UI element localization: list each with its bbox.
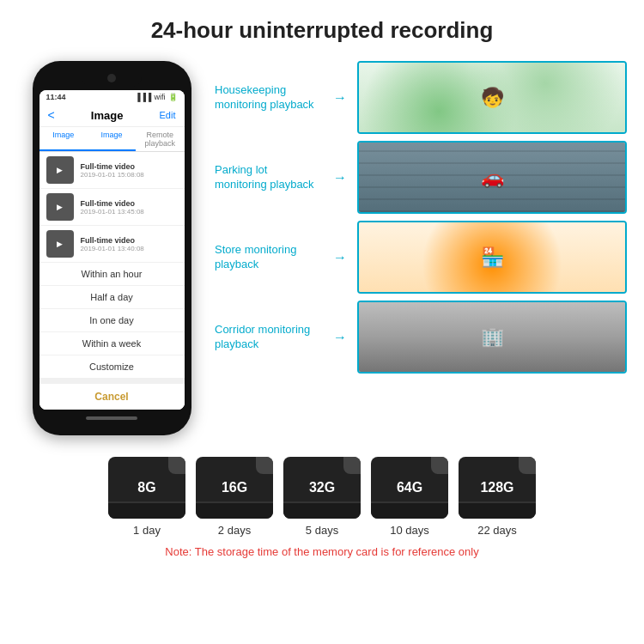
monitoring-list: Housekeepingmonitoring playback → 🧒 Park… [206,61,627,374]
phone-notch [82,71,142,87]
sd-days-3: 10 days [390,524,429,537]
photo-emoji-1: 🚗 [359,143,625,212]
phone-edit-button[interactable]: Edit [160,110,176,120]
sd-cards-row: 8G 1 day 16G 2 days 32G 5 days 64G [108,457,536,537]
monitoring-arrow-2: → [333,250,350,265]
sd-size-0: 8G [137,480,155,495]
sd-days-0: 1 day [133,524,161,537]
monitoring-label-0: Housekeepingmonitoring playback [215,83,326,112]
signal-icon: ▐▐▐ [135,93,151,101]
dropdown-item-0[interactable]: Within an hour [39,263,185,286]
photo-emoji-3: 🏢 [359,302,625,372]
sd-size-3: 64G [397,480,422,495]
monitoring-photo-1: 🚗 [357,141,627,214]
page: 24-hour uninterrupted recording 11:44 ▐▐… [0,0,644,571]
monitoring-photo-3: 🏢 [357,301,627,374]
monitoring-label-1: Parking lotmonitoring playback [215,163,326,192]
sd-card-item-1: 16G 2 days [196,457,273,537]
dropdown-cancel-button[interactable]: Cancel [39,379,185,410]
monitoring-row-0: Housekeepingmonitoring playback → 🧒 [215,61,627,134]
sd-card-2: 32G [283,457,361,519]
monitoring-arrow-3: → [333,330,350,345]
sd-card-3: 64G [371,457,448,519]
phone-back-button[interactable]: < [48,108,55,122]
video-title-2: Full-time video [81,199,178,208]
video-item-3: Full-time video 2019-01-01 13:40:08 [39,226,185,263]
phone-tabs: Image Image Remote playback [39,127,185,152]
storage-note: Note: The storage time of the memory car… [165,545,478,558]
dropdown-item-3[interactable]: Within a week [39,332,185,355]
phone-statusbar: 11:44 ▐▐▐ wifi 🔋 [39,90,185,104]
phone-dropdown-overlay: Within an hour Half a day In one day Wit… [39,263,185,410]
sd-size-1: 16G [222,480,247,495]
monitoring-row-1: Parking lotmonitoring playback → 🚗 [215,141,627,214]
phone-header: < Image Edit [39,104,185,127]
page-title: 24-hour uninterrupted recording [17,17,627,44]
video-item-2: Full-time video 2019-01-01 13:45:08 [39,189,185,226]
photo-emoji-0: 🧒 [359,63,625,132]
video-info-3: Full-time video 2019-01-01 13:40:08 [81,236,178,252]
phone-time: 11:44 [46,93,66,101]
video-date-1: 2019-01-01 15:08:08 [81,171,178,179]
tab-image[interactable]: Image [39,127,88,151]
dropdown-item-4[interactable]: Customize [39,355,185,379]
video-info-2: Full-time video 2019-01-01 13:45:08 [81,199,178,216]
phone-body: 11:44 ▐▐▐ wifi 🔋 < Image Edit [33,61,191,435]
video-info-1: Full-time video 2019-01-01 15:08:08 [81,162,178,179]
photo-emoji-2: 🏪 [359,222,625,292]
dropdown-item-2[interactable]: In one day [39,309,185,332]
phone-dropdown: Within an hour Half a day In one day Wit… [39,263,185,410]
phone-mockup: 11:44 ▐▐▐ wifi 🔋 < Image Edit [17,61,206,435]
monitoring-photo-2: 🏪 [357,221,627,294]
dropdown-item-1[interactable]: Half a day [39,286,185,309]
sd-card-1: 16G [196,457,273,519]
phone-home-indicator [86,416,137,420]
phone-screen: 11:44 ▐▐▐ wifi 🔋 < Image Edit [39,90,185,410]
sd-card-item-3: 64G 10 days [371,457,448,537]
monitoring-label-2: Store monitoringplayback [215,243,326,272]
sd-days-1: 2 days [218,524,251,537]
video-date-3: 2019-01-01 13:40:08 [81,245,178,252]
video-thumb-3 [46,230,74,258]
monitoring-row-2: Store monitoringplayback → 🏪 [215,221,627,294]
sd-size-2: 32G [309,480,335,495]
phone-status-icons: ▐▐▐ wifi 🔋 [135,93,177,101]
sd-card-item-4: 128G 22 days [459,457,536,537]
monitoring-arrow-1: → [333,170,350,185]
sd-days-4: 22 days [477,524,517,537]
tab-image2[interactable]: Image [88,127,136,151]
monitoring-photo-0: 🧒 [357,61,627,134]
battery-icon: 🔋 [168,93,178,101]
video-item-1: Full-time video 2019-01-01 15:08:08 [39,152,185,189]
video-title-3: Full-time video [81,236,178,245]
sd-card-4: 128G [459,457,536,519]
video-thumb-2 [46,193,74,221]
sd-days-2: 5 days [306,524,338,537]
sd-section: 8G 1 day 16G 2 days 32G 5 days 64G [17,457,627,558]
sd-card-0: 8G [108,457,185,519]
sd-card-item-0: 8G 1 day [108,457,185,537]
video-thumb-1 [46,156,74,184]
sd-size-4: 128G [480,480,513,495]
middle-section: 11:44 ▐▐▐ wifi 🔋 < Image Edit [17,61,627,435]
video-date-2: 2019-01-01 13:45:08 [81,208,178,216]
tab-remote[interactable]: Remote playback [136,127,184,151]
phone-screen-title: Image [91,109,124,122]
monitoring-label-3: Corridor monitoringplayback [215,323,326,352]
monitoring-arrow-0: → [333,90,350,106]
monitoring-row-3: Corridor monitoringplayback → 🏢 [215,301,627,374]
video-title-1: Full-time video [81,162,178,171]
sd-card-item-2: 32G 5 days [283,457,361,537]
wifi-icon: wifi [155,93,166,101]
